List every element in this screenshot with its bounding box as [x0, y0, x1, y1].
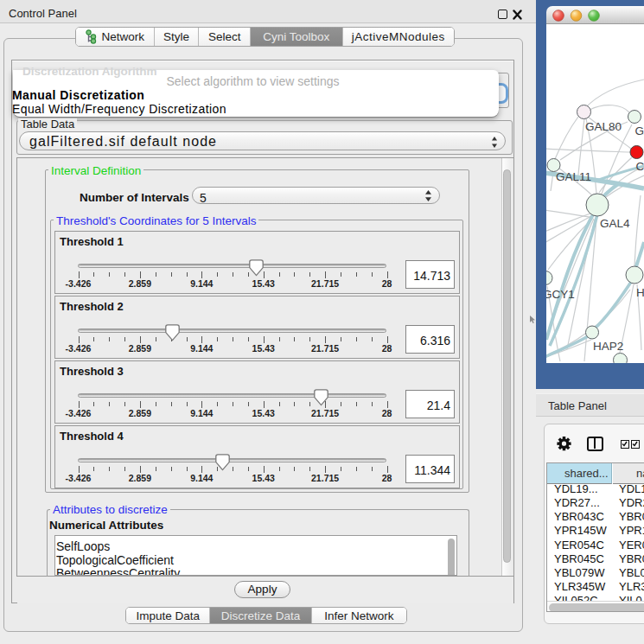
- svg-text:C: C: [636, 160, 644, 173]
- svg-text:GAL11: GAL11: [556, 170, 591, 183]
- svg-text:GA: GA: [635, 124, 644, 137]
- svg-text:GAL4: GAL4: [600, 217, 630, 230]
- svg-text:HAP2: HAP2: [593, 340, 623, 353]
- svg-text:H: H: [636, 286, 644, 299]
- svg-text:GCY1: GCY1: [546, 288, 575, 301]
- svg-text:GAL80: GAL80: [585, 120, 622, 133]
